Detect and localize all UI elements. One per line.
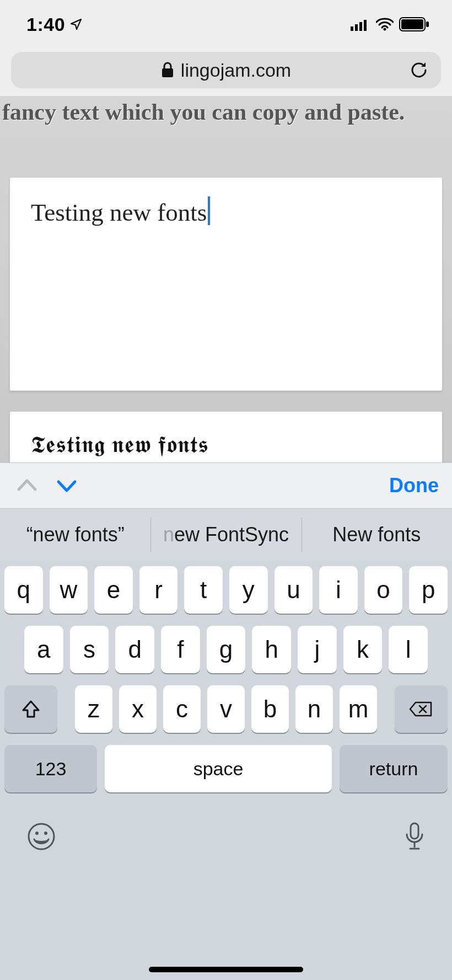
key-row-4: 123 space return [4,745,448,792]
space-key[interactable]: space [105,745,332,792]
key-e[interactable]: e [94,566,133,614]
key-q[interactable]: q [4,566,43,614]
status-right [351,17,430,31]
next-field-icon[interactable] [56,477,77,494]
emoji-icon[interactable] [26,822,56,851]
suggestion-1[interactable]: “new fonts” [0,509,150,561]
address-bar-domain: lingojam.com [181,60,291,81]
keyboard-bottom-row [4,805,448,852]
form-accessory-bar: Done [0,462,452,509]
svg-rect-6 [401,19,423,29]
suggestion-3[interactable]: New fonts [302,509,452,561]
key-g[interactable]: g [207,626,246,673]
key-k[interactable]: k [343,626,383,673]
lock-icon [161,62,174,78]
refresh-icon[interactable] [409,60,429,80]
key-b[interactable]: b [251,685,289,733]
status-bar: 1:40 [0,0,452,49]
key-w[interactable]: w [50,566,88,614]
key-u[interactable]: u [275,566,313,614]
done-button[interactable]: Done [389,474,439,497]
key-d[interactable]: d [115,626,154,673]
key-m[interactable]: m [340,685,377,733]
svg-point-9 [29,824,54,849]
text-cursor [208,196,210,225]
key-s[interactable]: s [70,626,109,673]
key-z[interactable]: z [75,685,112,733]
address-bar[interactable]: lingojam.com [11,52,441,88]
output-card[interactable]: 𝕿𝖊𝖘𝖙𝖎𝖓𝖌 𝖓𝖊𝖜 𝖋𝖔𝖓𝖙𝖘 [10,412,442,467]
key-v[interactable]: v [207,685,245,733]
svg-point-4 [384,28,386,31]
svg-rect-8 [162,68,173,77]
key-p[interactable]: p [409,566,448,614]
wifi-icon [376,18,394,31]
key-row-2: a s d f g h j k l [4,626,448,673]
form-nav [13,477,77,494]
key-a[interactable]: a [24,626,63,673]
key-l[interactable]: l [389,626,428,673]
svg-rect-7 [426,22,429,27]
svg-rect-0 [351,26,353,31]
return-key[interactable]: return [340,745,448,792]
key-r[interactable]: r [139,566,178,614]
backspace-key[interactable] [395,685,448,733]
browser-toolbar: lingojam.com [0,49,452,96]
svg-rect-3 [364,20,367,31]
key-i[interactable]: i [319,566,358,614]
key-j[interactable]: j [298,626,337,673]
key-t[interactable]: t [184,566,223,614]
input-text: Testing new fonts [31,199,207,226]
prev-field-icon [17,477,37,494]
key-f[interactable]: f [161,626,200,673]
key-n[interactable]: n [295,685,333,733]
keyboard: q w e r t y u i o p a s d f g h j k l z … [0,561,452,980]
output-text: 𝕿𝖊𝖘𝖙𝖎𝖓𝖌 𝖓𝖊𝖜 𝖋𝖔𝖓𝖙𝖘 [31,432,421,458]
key-o[interactable]: o [364,566,403,614]
svg-rect-2 [359,22,362,31]
key-c[interactable]: c [163,685,201,733]
key-y[interactable]: y [229,566,268,614]
dictation-icon[interactable] [403,821,426,852]
status-time: 1:40 [26,14,65,35]
shift-key[interactable] [4,685,57,733]
page-heading: fancy text which you can copy and paste. [0,96,452,141]
numbers-key[interactable]: 123 [4,745,97,792]
address-bar-content: lingojam.com [11,60,441,81]
key-h[interactable]: h [252,626,291,673]
cellular-icon [351,18,370,31]
svg-rect-1 [355,24,358,31]
location-icon [69,18,83,31]
suggestion-2[interactable]: new FontSync [150,509,301,561]
key-x[interactable]: x [119,685,157,733]
webpage-content[interactable]: fancy text which you can copy and paste.… [0,96,452,478]
svg-rect-12 [411,823,418,839]
svg-point-10 [35,832,39,835]
input-card[interactable]: Testing new fonts [10,178,442,391]
status-left: 1:40 [26,14,83,35]
key-row-3: z x c v b n m [4,685,448,733]
predictive-bar: “new fonts” new FontSync New fonts [0,509,452,561]
svg-point-11 [44,832,47,835]
key-row-1: q w e r t y u i o p [4,566,448,614]
home-indicator[interactable] [149,967,303,972]
battery-icon [399,17,430,31]
